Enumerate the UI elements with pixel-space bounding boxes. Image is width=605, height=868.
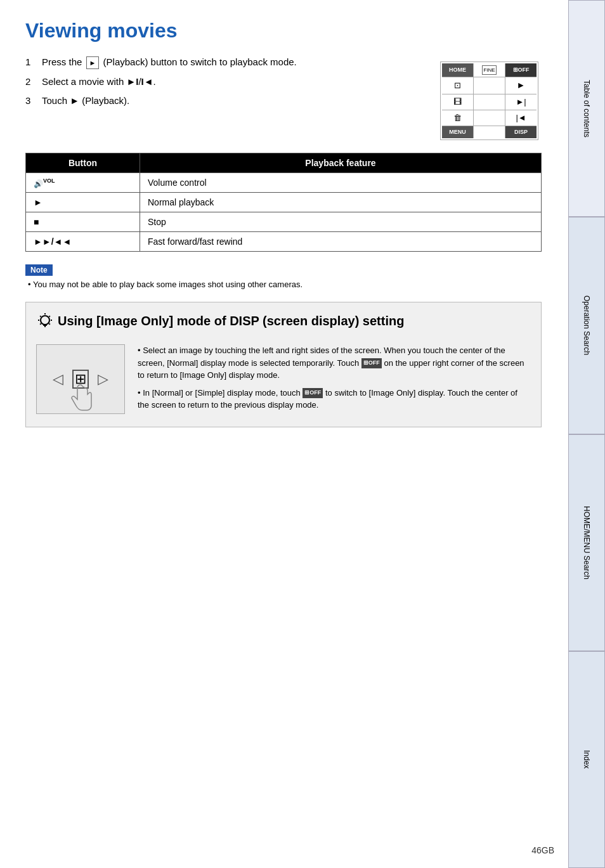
svg-line-7 [49, 316, 49, 317]
note-text: • You may not be able to play back some … [28, 280, 542, 289]
table-header-feature: Playback feature [140, 153, 542, 172]
tip-image: ◁ ⊞ ▷ [36, 344, 125, 414]
table-row: 🔊VOL Volume control [26, 172, 542, 193]
page-title: Viewing movies [25, 19, 542, 42]
sidebar-tab-toc[interactable]: Table of contents [568, 0, 605, 217]
feature-table: Button Playback feature 🔊VOL Volume cont… [25, 153, 542, 252]
tip-bullet-1: Select an image by touching the left and… [138, 344, 531, 382]
note-box: Note • You may not be able to play back … [25, 264, 542, 289]
step-1: 1 Press the ► (Playback) button to switc… [25, 55, 427, 70]
right-sidebar: Table of contents Operation Search HOME/… [568, 0, 605, 868]
camera-diagram: HOME FINE ⊞OFF ⊡ ► 🎞 ►| 🗑 |◄ [440, 62, 542, 140]
svg-rect-9 [43, 324, 47, 326]
table-row: ■ Stop [26, 212, 542, 232]
disp-off-badge-2: ⊞OFF [302, 388, 323, 398]
note-label: Note [25, 264, 53, 276]
page-number: 46GB [531, 845, 554, 855]
lightbulb-icon [36, 313, 54, 330]
table-header-button: Button [26, 153, 140, 172]
table-row: ►►/◄◄ Fast forward/fast rewind [26, 232, 542, 252]
svg-line-8 [40, 324, 41, 325]
step-3: 3 Touch ► (Playback). [25, 94, 427, 108]
tip-title-text: Using [Image Only] mode of DISP (screen … [58, 313, 404, 329]
camera-ui-diagram: HOME FINE ⊞OFF ⊡ ► 🎞 ►| 🗑 |◄ [440, 62, 538, 140]
tip-bullets: Select an image by touching the left and… [138, 344, 531, 417]
hand-touch-icon [65, 382, 96, 413]
playback-button-icon: ► [86, 56, 100, 70]
sidebar-tab-index[interactable]: Index [568, 651, 605, 868]
sidebar-tab-home[interactable]: HOME/MENU Search [568, 434, 605, 651]
svg-line-5 [40, 316, 41, 317]
prev-arrow-icon: ◁ [53, 371, 63, 387]
tip-bullet-2: In [Normal] or [Simple] display mode, to… [138, 387, 531, 411]
steps-with-image: 1 Press the ► (Playback) button to switc… [25, 55, 542, 140]
tip-icon [36, 313, 54, 335]
disp-off-badge-1: ⊞OFF [361, 358, 382, 368]
svg-point-0 [41, 316, 49, 325]
tip-title: Using [Image Only] mode of DISP (screen … [36, 313, 531, 335]
table-row: ► Normal playback [26, 193, 542, 212]
touch-icon: ▷ [98, 371, 108, 387]
svg-line-6 [49, 324, 49, 325]
step-2: 2 Select a movie with ►I/I◄. [25, 75, 427, 89]
tip-body: ◁ ⊞ ▷ Select an image by touching the le… [36, 344, 531, 417]
tip-section: Using [Image Only] mode of DISP (screen … [25, 302, 542, 427]
main-content: Viewing movies 1 Press the ► (Playback) … [0, 0, 567, 465]
steps-list: 1 Press the ► (Playback) button to switc… [25, 55, 427, 113]
sidebar-tab-operation[interactable]: Operation Search [568, 217, 605, 434]
